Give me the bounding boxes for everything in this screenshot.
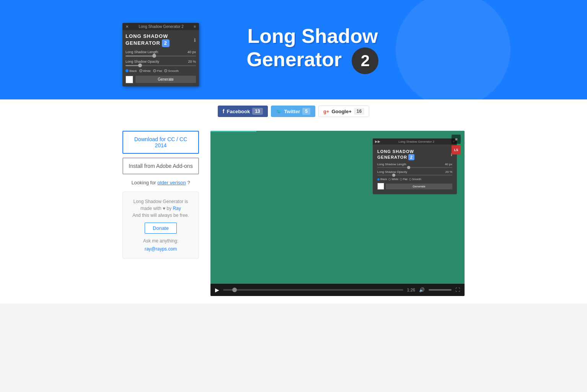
hero-title: Long Shadow Generator 2 — [247, 25, 379, 74]
radio-white[interactable]: White — [139, 69, 151, 73]
video-panel-header: ▶▶ Long Shadow Generator 2 ≡ — [373, 138, 457, 145]
video-container: ⊞ L5 ▶▶ Long Shadow Generator 2 ≡ — [210, 131, 465, 296]
video-progress-bar[interactable] — [223, 289, 403, 291]
volume-button[interactable]: 🔊 — [419, 287, 425, 293]
video-inner-opacity-row: Long Shadow Opacity 20 % — [377, 170, 452, 174]
older-version-link[interactable]: older verison — [157, 180, 186, 185]
install-button[interactable]: Install from Adobe Add-ons — [122, 158, 199, 174]
twitter-label: Twitter — [284, 109, 300, 114]
panel-menu-icon: ≡ — [194, 24, 196, 29]
play-button[interactable]: ▶ — [215, 287, 219, 293]
radio-black[interactable]: Black — [126, 69, 137, 73]
video-inner-panel: ▶▶ Long Shadow Generator 2 ≡ LONG SHADOW… — [373, 138, 457, 194]
panel-opacity-row: Long Shadow Opacity 20 % — [126, 60, 196, 63]
video-side-icons: ⊞ L5 — [452, 135, 461, 155]
info-box: Long Shadow Generator is made with ♥ by … — [122, 192, 199, 259]
video-inner-radios: Black White Flat — [377, 178, 452, 181]
email-link[interactable]: ray@rayps.com — [145, 246, 177, 252]
panel-generate-row: Generate — [126, 76, 196, 83]
contact-text: Ask me anything: — [129, 238, 192, 244]
page-wrapper: ✕ Long Shadow Generator 2 ≡ LONG SHADOW … — [0, 0, 587, 304]
panel-body: LONG SHADOW GENERATOR 2 ℹ Long Shadow Le… — [122, 30, 199, 86]
video-panel-logo: LONG SHADOW GENERATOR 2 — [377, 149, 414, 160]
video-section: ⊞ L5 ▶▶ Long Shadow Generator 2 ≡ — [210, 131, 465, 296]
twitter-icon: 🐦 — [276, 109, 282, 114]
hero-plugin-panel: ✕ Long Shadow Generator 2 ≡ LONG SHADOW … — [122, 23, 199, 86]
volume-bar[interactable] — [429, 289, 452, 291]
radio-smooth[interactable]: Smooth — [164, 69, 179, 73]
video-progress-thumb — [232, 288, 237, 292]
video-radio-black: Black — [377, 178, 387, 181]
panel-title-bar: ✕ Long Shadow Generator 2 ≡ — [122, 23, 199, 30]
facebook-label: Facebook — [227, 109, 250, 114]
info-box-text: Long Shadow Generator is made with ♥ by … — [129, 198, 192, 219]
video-panel-body: LONG SHADOW GENERATOR 2 ℹ Long Shadow Le… — [376, 148, 454, 191]
video-panel-badge: 2 — [408, 154, 414, 160]
panel-title-text: Long Shadow Generator 2 — [139, 24, 183, 29]
twitter-count: 5 — [302, 108, 310, 115]
video-generate-button[interactable]: Generate — [386, 184, 452, 189]
panel-length-value: 40 px — [188, 50, 196, 54]
panel-opacity-value: 20 % — [188, 60, 196, 63]
panel-color-swatch[interactable] — [126, 76, 133, 83]
hero-title-section: Long Shadow Generator 2 — [247, 25, 379, 74]
social-bar: f Facebook 13 🐦 Twitter 5 g+ Google+ 16 — [0, 99, 587, 123]
video-radio-smooth: Smooth — [409, 178, 421, 181]
hero-banner: ✕ Long Shadow Generator 2 ≡ LONG SHADOW … — [0, 0, 587, 99]
panel-logo-text-block: LONG SHADOW GENERATOR 2 — [126, 33, 170, 47]
video-preview: ⊞ L5 ▶▶ Long Shadow Generator 2 ≡ — [210, 131, 465, 284]
video-icon-grid: ⊞ — [452, 135, 461, 144]
twitter-button[interactable]: 🐦 Twitter 5 — [271, 106, 315, 117]
ls5-badge: L5 — [452, 145, 461, 155]
panel-logo-row: LONG SHADOW GENERATOR 2 ℹ — [126, 33, 196, 47]
google-count: 16 — [354, 108, 364, 115]
video-panel-swatch — [377, 183, 384, 190]
author-link[interactable]: Ray — [173, 206, 181, 211]
facebook-count: 13 — [252, 108, 263, 115]
google-label: Google+ — [331, 109, 351, 114]
video-top-progress — [210, 131, 256, 132]
radio-flat[interactable]: Flat — [153, 69, 162, 73]
video-radio-flat: Flat — [400, 178, 408, 181]
panel-length-row: Long Shadow Length 40 px — [126, 50, 196, 54]
panel-radio-group: Black White Flat Smooth — [126, 69, 196, 73]
video-panel-close: ▶▶ — [375, 140, 380, 143]
google-icon: g+ — [323, 109, 329, 114]
panel-info-button[interactable]: ℹ — [194, 37, 196, 43]
panel-close-x: ✕ — [126, 24, 129, 29]
video-inner-length-slider — [377, 167, 452, 168]
video-panel-logo-row: LONG SHADOW GENERATOR 2 ℹ — [377, 149, 452, 160]
panel-generate-button[interactable]: Generate — [135, 76, 196, 83]
google-button[interactable]: g+ Google+ 16 — [318, 106, 369, 117]
panel-version-badge: 2 — [162, 39, 170, 47]
facebook-icon: f — [223, 108, 225, 114]
donate-button[interactable]: Donate — [145, 223, 177, 234]
panel-length-slider[interactable] — [126, 55, 196, 57]
video-inner-opacity-slider — [377, 175, 452, 176]
video-radio-white: White — [388, 178, 398, 181]
download-button[interactable]: Download for CC / CC 2014 — [122, 131, 199, 154]
video-panel-generate-row: Generate — [377, 183, 452, 190]
older-version-text: Looking for older verison ? — [122, 180, 199, 185]
panel-opacity-label: Long Shadow Opacity — [126, 60, 159, 63]
video-inner-length-row: Long Shadow Length 40 px — [377, 163, 452, 166]
panel-opacity-slider[interactable] — [126, 65, 196, 66]
main-content: Download for CC / CC 2014 Install from A… — [0, 123, 587, 304]
left-sidebar: Download for CC / CC 2014 Install from A… — [122, 131, 199, 296]
facebook-button[interactable]: f Facebook 13 — [218, 106, 268, 117]
time-display: 1:26 — [407, 288, 415, 292]
video-controls: ▶ 1:26 🔊 ⛶ — [210, 284, 465, 296]
hero-version-badge: 2 — [352, 47, 378, 74]
video-panel-title-text: Long Shadow Generator 2 — [398, 140, 434, 143]
panel-length-label: Long Shadow Length — [126, 50, 158, 54]
fullscreen-button[interactable]: ⛶ — [455, 287, 460, 293]
